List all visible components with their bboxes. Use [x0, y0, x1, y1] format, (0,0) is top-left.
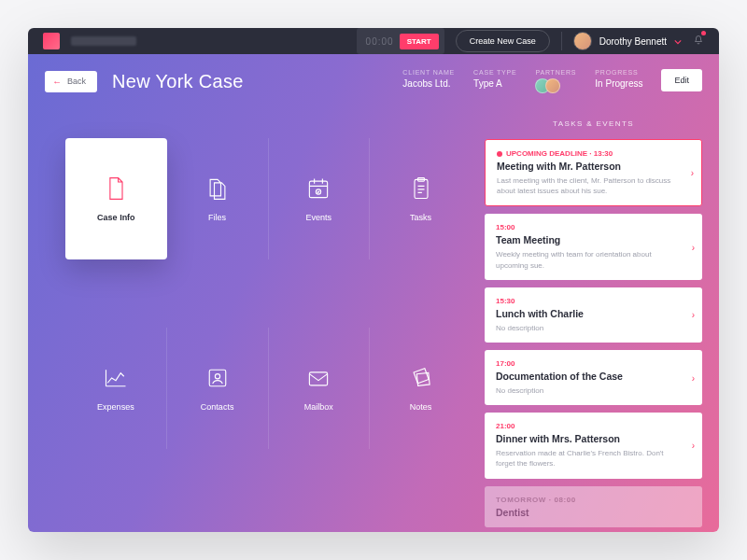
user-menu[interactable]: Dorothy Bennett: [573, 32, 682, 50]
event-card[interactable]: TOMORROW · 08:00 Dentist: [485, 486, 702, 527]
event-time: TOMORROW · 08:00: [496, 496, 684, 504]
event-time: 21:00: [496, 422, 684, 430]
meta-client-value: Jacobs Ltd.: [402, 78, 455, 89]
tile-label: Contacts: [201, 402, 234, 412]
back-label: Back: [67, 77, 86, 86]
event-card[interactable]: 21:00 Dinner with Mrs. Patterson Reserva…: [485, 413, 702, 478]
edit-button[interactable]: Edit: [661, 69, 702, 91]
tile-mailbox[interactable]: Mailbox: [269, 328, 371, 449]
case-title: New York Case: [112, 71, 244, 92]
meta-progress-label: PROGRESS: [595, 69, 642, 76]
deadline-dot-icon: [497, 151, 502, 157]
events-list: UPCOMING DEADLINE · 13:30 Meeting with M…: [485, 139, 702, 527]
case-header: ← Back New York Case CLIENT NAME Jacobs …: [28, 54, 719, 93]
event-desc: No description: [496, 323, 684, 333]
meta-client: CLIENT NAME Jacobs Ltd.: [402, 69, 455, 89]
svg-rect-6: [310, 372, 328, 385]
meta-type: CASE TYPE Type A: [473, 69, 516, 89]
tile-contacts[interactable]: Contacts: [167, 328, 269, 449]
tile-label: Notes: [410, 402, 432, 412]
event-card[interactable]: UPCOMING DEADLINE · 13:30 Meeting with M…: [485, 139, 702, 206]
tile-label: Expenses: [97, 402, 134, 412]
event-title: Dinner with Mrs. Patterson: [496, 433, 684, 444]
user-avatar: [573, 32, 592, 50]
event-card[interactable]: 15:00 Team Meeting Weekly meeting with t…: [485, 214, 702, 279]
tile-events[interactable]: Events: [269, 138, 371, 259]
tile-label: Tasks: [410, 213, 431, 222]
tile-files[interactable]: Files: [167, 138, 269, 259]
case-meta-group: CLIENT NAME Jacobs Ltd. CASE TYPE Type A…: [402, 69, 702, 93]
event-title: Dentist: [496, 507, 684, 518]
event-card[interactable]: 15:30 Lunch with Charlie No description …: [485, 287, 702, 343]
clipboard-icon: [408, 175, 434, 202]
back-button[interactable]: ← Back: [45, 71, 97, 92]
timer-value: 00:00: [366, 36, 394, 47]
notes-icon: [408, 365, 434, 391]
top-bar: 00:00 START Create New Case Dorothy Benn…: [28, 28, 719, 54]
tile-label: Events: [306, 213, 332, 222]
chart-line-icon: [103, 365, 129, 391]
event-title: Documentation of the Case: [496, 371, 684, 382]
event-desc: Last meeting with the client, Mr. Patter…: [497, 175, 683, 196]
chevron-right-icon: ›: [692, 441, 695, 451]
tile-label: Mailbox: [304, 402, 333, 412]
create-case-button[interactable]: Create New Case: [456, 30, 550, 52]
tiles-grid: Case Info Files Events Tasks Expenses: [28, 119, 481, 532]
brand-name-placeholder: [71, 36, 136, 46]
event-title: Team Meeting: [496, 234, 684, 245]
chevron-down-icon: [674, 33, 682, 49]
divider: [561, 32, 562, 50]
event-card[interactable]: 17:00 Documentation of the Case No descr…: [485, 350, 702, 405]
event-desc: Weekly meeting with team for orientation…: [496, 249, 684, 270]
notifications-button[interactable]: [693, 33, 704, 49]
contact-icon: [204, 365, 231, 391]
calendar-icon: [305, 175, 331, 202]
event-desc: Reservation made at Charlie's French Bis…: [496, 448, 684, 469]
svg-point-5: [215, 374, 219, 379]
event-time: 15:00: [496, 223, 684, 231]
tile-notes[interactable]: Notes: [370, 328, 472, 449]
chevron-right-icon: ›: [691, 168, 694, 178]
event-title: Lunch with Charlie: [496, 308, 684, 319]
user-name-label: Dorothy Bennett: [599, 36, 667, 47]
chevron-right-icon: ›: [692, 310, 695, 320]
events-panel-title: Tasks & Events: [485, 119, 702, 128]
brand-logo: [43, 33, 60, 49]
app-window: 00:00 START Create New Case Dorothy Benn…: [28, 28, 719, 532]
chevron-right-icon: ›: [692, 372, 695, 383]
meta-partners-label: PARTNERS: [535, 69, 576, 76]
arrow-left-icon: ←: [52, 77, 62, 87]
event-time: 17:00: [496, 359, 684, 368]
main-body: Case Info Files Events Tasks Expenses: [28, 54, 719, 532]
meta-progress: PROGRESS In Progress: [595, 69, 642, 89]
tile-case-info[interactable]: Case Info: [65, 138, 167, 259]
tile-label: Case Info: [97, 213, 135, 222]
event-desc: No description: [496, 385, 684, 396]
partner-avatar[interactable]: [545, 78, 560, 93]
tile-label: Files: [208, 213, 226, 222]
event-title: Meeting with Mr. Patterson: [497, 161, 683, 172]
mail-icon: [305, 365, 331, 391]
event-time: 15:30: [496, 297, 684, 305]
event-time: UPCOMING DEADLINE · 13:30: [497, 149, 683, 158]
svg-rect-4: [209, 371, 226, 387]
content-area: ← Back New York Case CLIENT NAME Jacobs …: [28, 54, 719, 532]
meta-progress-value: In Progress: [595, 78, 642, 89]
chevron-right-icon: ›: [692, 242, 695, 252]
meta-partners: PARTNERS: [535, 69, 576, 93]
timer-start-button[interactable]: START: [400, 34, 439, 49]
meta-type-value: Type A: [473, 78, 516, 89]
notification-dot-icon: [701, 31, 706, 35]
document-icon: [103, 175, 129, 202]
tile-expenses[interactable]: Expenses: [65, 328, 167, 449]
events-panel: Tasks & Events UPCOMING DEADLINE · 13:30…: [481, 119, 719, 532]
tile-tasks[interactable]: Tasks: [370, 138, 472, 259]
files-icon: [204, 175, 231, 202]
meta-type-label: CASE TYPE: [473, 69, 516, 76]
timer-widget: 00:00 START: [357, 28, 444, 54]
meta-client-label: CLIENT NAME: [402, 69, 455, 76]
